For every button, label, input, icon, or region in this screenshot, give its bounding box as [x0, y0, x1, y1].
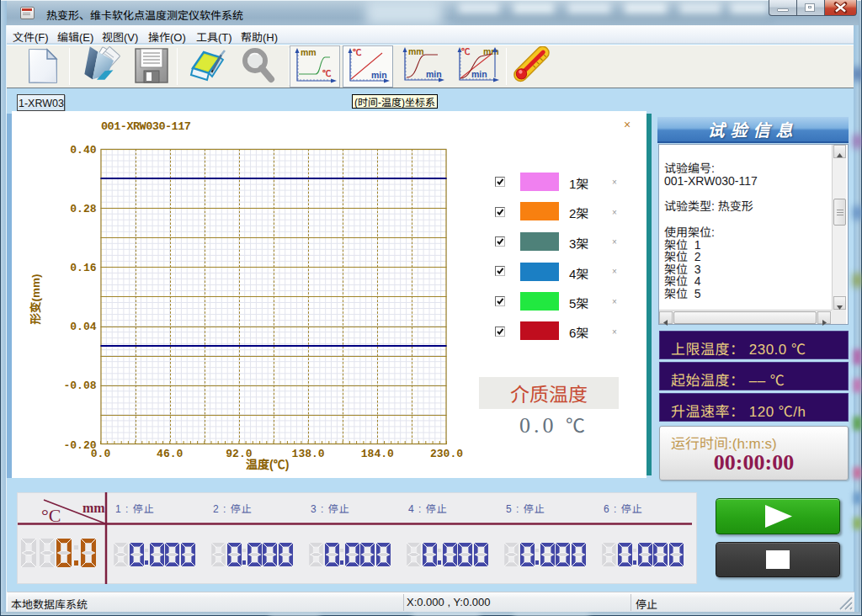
svg-text:0.16: 0.16 — [70, 262, 96, 274]
svg-text:184.0: 184.0 — [361, 448, 394, 460]
svg-text:-0.08: -0.08 — [63, 380, 96, 392]
svg-text:°C: °C — [41, 505, 61, 526]
svg-text:mm: mm — [408, 45, 424, 57]
svg-text:0.28: 0.28 — [70, 203, 96, 215]
svg-text:001-XRW030-117: 001-XRW030-117 — [101, 120, 191, 133]
svg-text:230.0: 230.0 — [430, 448, 463, 460]
svg-text:min: min — [371, 68, 387, 81]
svg-text:0.0: 0.0 — [91, 448, 111, 460]
svg-text:mm: mm — [301, 46, 317, 58]
svg-text:℃: ℃ — [322, 66, 332, 79]
svg-text:46.0: 46.0 — [157, 448, 183, 460]
svg-text:min: min — [426, 67, 442, 80]
svg-text:℃: ℃ — [461, 45, 471, 57]
svg-text:0.04: 0.04 — [70, 321, 96, 333]
svg-text:0.40: 0.40 — [70, 144, 96, 157]
svg-text:mm: mm — [82, 501, 105, 515]
svg-text:138.0: 138.0 — [292, 448, 325, 460]
svg-text:℃: ℃ — [353, 46, 362, 58]
svg-text:min: min — [471, 67, 487, 80]
